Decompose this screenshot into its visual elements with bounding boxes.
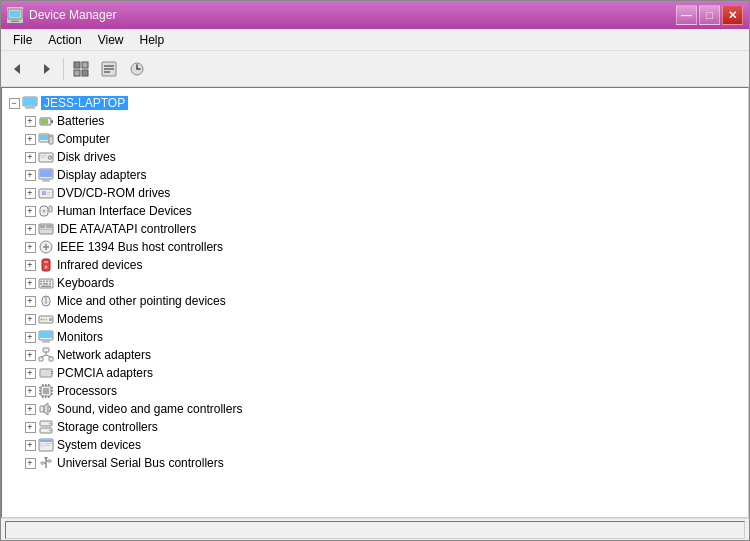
keyboards-expander[interactable]: + [22, 275, 38, 291]
menu-action[interactable]: Action [40, 31, 89, 49]
svg-rect-68 [40, 332, 52, 338]
svg-rect-70 [42, 342, 50, 343]
batteries-expander-box[interactable]: + [25, 116, 36, 127]
root-expander[interactable]: − [6, 95, 22, 111]
sound-expander-box[interactable]: + [25, 404, 36, 415]
hid-expander-box[interactable]: + [25, 206, 36, 217]
processors-expander-box[interactable]: + [25, 386, 36, 397]
forward-button[interactable] [33, 56, 59, 82]
tree-item-modems[interactable]: + Modems [2, 310, 748, 328]
update-driver-button[interactable] [124, 56, 150, 82]
tree-item-display-adapters[interactable]: + Display adapters [2, 166, 748, 184]
infrared-expander-box[interactable]: + [25, 260, 36, 271]
network-expander-box[interactable]: + [25, 350, 36, 361]
tree-item-batteries[interactable]: + Batteries [2, 112, 748, 130]
back-button[interactable] [5, 56, 31, 82]
menu-help[interactable]: Help [132, 31, 173, 49]
ieee-expander-box[interactable]: + [25, 242, 36, 253]
pcmcia-expander[interactable]: + [22, 365, 38, 381]
tree-item-hid[interactable]: + Human Interface Devices [2, 202, 748, 220]
title-bar: Device Manager — □ ✕ [1, 1, 749, 29]
monitors-expander[interactable]: + [22, 329, 38, 345]
storage-expander-box[interactable]: + [25, 422, 36, 433]
hid-expander[interactable]: + [22, 203, 38, 219]
mice-expander-box[interactable]: + [25, 296, 36, 307]
pcmcia-icon [38, 365, 54, 381]
display-expander-box[interactable]: + [25, 170, 36, 181]
root-expander-box[interactable]: − [9, 98, 20, 109]
svg-point-63 [41, 319, 43, 321]
svg-rect-51 [40, 281, 42, 283]
svg-point-49 [45, 266, 48, 269]
tree-item-storage[interactable]: + Storage controllers [2, 418, 748, 436]
processors-expander[interactable]: + [22, 383, 38, 399]
processors-icon [38, 383, 54, 399]
tree-item-computer[interactable]: + Computer [2, 130, 748, 148]
title-bar-left: Device Manager [7, 7, 116, 23]
svg-rect-9 [82, 70, 88, 76]
tree-item-keyboards[interactable]: + [2, 274, 748, 292]
tree-item-sound[interactable]: + Sound, video and game controllers [2, 400, 748, 418]
infrared-icon [38, 257, 54, 273]
svg-rect-56 [43, 283, 48, 285]
monitors-label: Monitors [57, 330, 103, 344]
menu-view[interactable]: View [90, 31, 132, 49]
show-hidden-button[interactable] [68, 56, 94, 82]
infrared-expander[interactable]: + [22, 257, 38, 273]
tree-item-pcmcia[interactable]: + PCMCIA adapters [2, 364, 748, 382]
svg-rect-7 [82, 62, 88, 68]
maximize-button[interactable]: □ [699, 5, 720, 25]
tree-item-disk-drives[interactable]: + Disk drives [2, 148, 748, 166]
tree-item-processors[interactable]: + [2, 382, 748, 400]
tree-item-system[interactable]: + System devices [2, 436, 748, 454]
close-button[interactable]: ✕ [722, 5, 743, 25]
tree-item-usb[interactable]: + Universal Serial Bus controllers [2, 454, 748, 472]
network-expander[interactable]: + [22, 347, 38, 363]
tree-item-ieee1394[interactable]: + IEEE 1394 Bus host controllers [2, 238, 748, 256]
ide-expander[interactable]: + [22, 221, 38, 237]
tree-item-mice[interactable]: + Mice and other pointing devices [2, 292, 748, 310]
keyboards-expander-box[interactable]: + [25, 278, 36, 289]
dvd-expander[interactable]: + [22, 185, 38, 201]
disk-expander-box[interactable]: + [25, 152, 36, 163]
minimize-button[interactable]: — [676, 5, 697, 25]
svg-marker-96 [44, 403, 48, 415]
system-expander-box[interactable]: + [25, 440, 36, 451]
svg-rect-18 [25, 108, 35, 109]
menu-file[interactable]: File [5, 31, 40, 49]
computer-root-icon [22, 95, 38, 111]
ieee-icon [38, 239, 54, 255]
display-expander[interactable]: + [22, 167, 38, 183]
computer-label: Computer [57, 132, 110, 146]
storage-label: Storage controllers [57, 420, 158, 434]
usb-expander-box[interactable]: + [25, 458, 36, 469]
computer-root-label: JESS-LAPTOP [41, 96, 128, 110]
storage-expander[interactable]: + [22, 419, 38, 435]
tree-item-computer-root[interactable]: − JESS-LAPTOP [2, 94, 748, 112]
usb-expander[interactable]: + [22, 455, 38, 471]
pcmcia-expander-box[interactable]: + [25, 368, 36, 379]
ieee-expander[interactable]: + [22, 239, 38, 255]
dvd-expander-box[interactable]: + [25, 188, 36, 199]
monitors-expander-box[interactable]: + [25, 332, 36, 343]
properties-button[interactable] [96, 56, 122, 82]
ide-expander-box[interactable]: + [25, 224, 36, 235]
mice-expander[interactable]: + [22, 293, 38, 309]
modems-expander-box[interactable]: + [25, 314, 36, 325]
tree-item-monitors[interactable]: + Monitors [2, 328, 748, 346]
computer-expander-box[interactable]: + [25, 134, 36, 145]
sound-expander[interactable]: + [22, 401, 38, 417]
tree-item-dvd[interactable]: + DVD/CD-ROM drives [2, 184, 748, 202]
tree-item-ide[interactable]: + IDE ATA/ATAPI controllers [2, 220, 748, 238]
computer-expander[interactable]: + [22, 131, 38, 147]
status-text [5, 521, 745, 539]
svg-rect-58 [41, 286, 51, 288]
modems-expander[interactable]: + [22, 311, 38, 327]
device-tree[interactable]: − JESS-LAPTOP + [1, 87, 749, 518]
tree-item-infrared[interactable]: + Infrared devices [2, 256, 748, 274]
disk-expander[interactable]: + [22, 149, 38, 165]
pcmcia-label: PCMCIA adapters [57, 366, 153, 380]
batteries-expander[interactable]: + [22, 113, 38, 129]
system-expander[interactable]: + [22, 437, 38, 453]
tree-item-network[interactable]: + Network adapters [2, 346, 748, 364]
